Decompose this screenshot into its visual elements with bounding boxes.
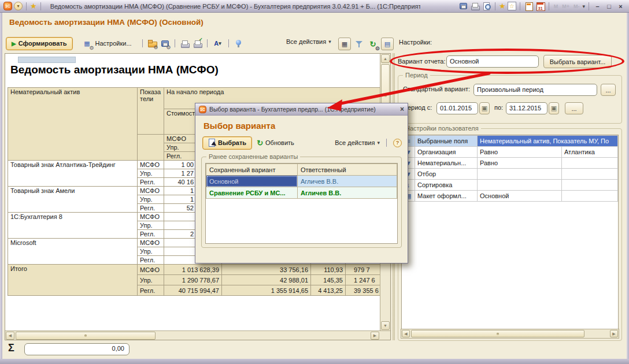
report-cell-selection	[18, 57, 76, 63]
user-settings-table: ≡ Выбранные поля Нематериальный актив, П…	[401, 135, 619, 331]
standard-variant-more-button[interactable]: ...	[601, 84, 616, 96]
print-preview-icon[interactable]	[482, 1, 491, 11]
choose-variant-dialog: 1С Выбор варианта - Бухгалтерия предпр..…	[195, 103, 408, 263]
dialog-title: Выбор варианта - Бухгалтерия предпр... (…	[209, 106, 397, 113]
report-toolbar: ▶ Сформировать ▦⚙ Настройки... ⚙ ⚙ ✓ A▾	[6, 36, 243, 51]
settings-button-label: Настройки...	[95, 40, 132, 47]
print-report-icon[interactable]	[180, 39, 190, 49]
window-titlebar: 1С ▾ ★ Ведомость амортизации НМА (МСФО) …	[0, 0, 629, 13]
separator	[207, 39, 208, 47]
maximize-button[interactable]: □	[604, 3, 614, 10]
user-setting-row[interactable]: ▼ Нематериальн... Равно	[402, 158, 618, 169]
standard-variant-input[interactable]: Произвольный период	[473, 84, 597, 96]
all-actions-menu[interactable]: Все действия ▾	[286, 38, 331, 45]
report-variant-input[interactable]: Основной	[446, 55, 539, 68]
memory-m-minus-button[interactable]: M-	[572, 3, 581, 9]
select-variant-button[interactable]: Выбрать	[202, 136, 252, 150]
period-legend: Период	[403, 72, 430, 79]
minimize-button[interactable]: –	[593, 3, 602, 10]
scroll-left-button[interactable]: ◀	[6, 332, 14, 340]
asset-name-cell: Товарный знак Атлантика-Трейдинг	[8, 161, 138, 187]
settings-panel-toggle-button[interactable]: ▤	[381, 38, 394, 50]
font-settings-icon[interactable]: A▾	[212, 38, 224, 49]
period-to-calendar-button[interactable]: ▣	[549, 102, 559, 114]
period-from-input[interactable]: 01.01.2015	[436, 102, 478, 114]
variant-row[interactable]: Сравнение РСБУ и МС... Агличев В.В.	[206, 187, 397, 199]
period-more-button[interactable]: ...	[565, 102, 583, 114]
report-variant-label: Вариант отчета:	[398, 58, 446, 65]
dialog-toolbar: Выбрать ↻ Обновить Все действия ▾ ?	[202, 136, 402, 150]
show-table-header-button[interactable]: ▦	[338, 38, 351, 50]
scroll-down-button[interactable]: ▼	[381, 321, 390, 330]
asset-name-cell: Microsoft	[8, 239, 138, 265]
calendar-day-label: 31	[536, 6, 545, 10]
separator	[386, 139, 387, 147]
user-setting-row[interactable]: ▼ Отбор	[402, 169, 618, 180]
dialog-all-actions-menu[interactable]: Все действия ▾	[335, 139, 380, 146]
variant-name-cell: Основной	[206, 176, 298, 187]
user-setting-row[interactable]: ▦ Макет оформл... Основной	[402, 191, 618, 202]
user-setting-row[interactable]: ▼ Организация Равно Атлантика	[402, 147, 618, 158]
variant-row[interactable]: Основной Агличев В.В.	[206, 176, 397, 187]
window-frame-left	[0, 13, 2, 359]
close-button[interactable]: ×	[616, 3, 626, 10]
calendar-icon[interactable]: 31	[535, 1, 545, 11]
user-settings-groupbox: Настройки пользователя ≡ Выбранные поля …	[398, 128, 622, 341]
favorites-list-icon[interactable]: ☆	[508, 2, 516, 10]
saved-variants-list: Сохраненный вариант Ответственный Основн…	[205, 163, 398, 244]
generate-button[interactable]: ▶ Сформировать	[6, 37, 73, 50]
variant-owner-cell: Агличев В.В.	[298, 176, 397, 187]
panel-horizontal-scrollbar[interactable]: ◀ ▶	[401, 329, 619, 339]
print-with-settings-icon[interactable]: ✓	[193, 39, 202, 49]
highlight-icon[interactable]	[234, 39, 243, 49]
print-icon[interactable]	[470, 1, 480, 11]
settings-panel-title: Настройки:	[399, 39, 432, 46]
favorites-star-icon[interactable]: ★	[30, 2, 37, 10]
asset-name-cell: Товарный знак Амели	[8, 187, 138, 213]
refresh-button[interactable]: ↻ Обновить	[257, 139, 294, 147]
settings-button[interactable]: ▦⚙ Настройки...	[76, 37, 138, 50]
refresh-icon[interactable]: ↻⚙	[367, 38, 379, 50]
chevron-down-icon: ▾	[377, 140, 380, 146]
select-pointer-icon	[208, 139, 216, 147]
user-settings-legend: Настройки пользователя	[403, 125, 481, 132]
memory-m-button[interactable]: M	[553, 3, 560, 9]
help-icon[interactable]: ?	[393, 139, 402, 147]
scroll-left-button[interactable]: ◀	[402, 330, 410, 337]
window-title: Ведомость амортизации НМА (МСФО) (Сравне…	[50, 3, 420, 10]
col-header-variant: Сохраненный вариант	[206, 164, 298, 176]
scroll-up-button[interactable]: ▲	[381, 54, 390, 63]
scroll-right-button[interactable]: ▶	[371, 332, 379, 340]
dialog-close-button[interactable]: ×	[400, 105, 404, 113]
choose-variant-button[interactable]: Выбрать вариант...	[543, 55, 612, 68]
calculator-icon[interactable]	[524, 1, 534, 11]
chevron-down-icon: ▾	[328, 39, 331, 44]
sum-field[interactable]: 0,00	[24, 343, 130, 355]
user-setting-row[interactable]: ≡ Выбранные поля Нематериальный актив, П…	[402, 136, 618, 147]
app-icon-1c[interactable]: 1С	[3, 2, 12, 10]
app-icon-1c: 1С	[199, 106, 206, 113]
horizontal-scroll-thumb[interactable]	[411, 330, 584, 337]
horizontal-scroll-thumb[interactable]	[16, 332, 156, 340]
horizontal-scrollbar[interactable]: ◀ ▶	[5, 330, 390, 340]
user-setting-row[interactable]: ↓ Сортировка	[402, 180, 618, 191]
toolbar-overflow-chevron-icon[interactable]: ▾	[582, 3, 585, 9]
main-menu-chevron-icon[interactable]: ▾	[14, 2, 23, 10]
scroll-right-button[interactable]: ▶	[610, 330, 618, 337]
save-icon[interactable]	[458, 1, 468, 11]
select-button-label: Выбрать	[218, 139, 246, 146]
star-outline-icon: ☆	[509, 3, 515, 9]
separator	[26, 2, 27, 10]
memory-m-plus-button[interactable]: M+	[561, 3, 571, 9]
saved-variants-groupbox: Ранее сохраненные варианты Сохраненный в…	[201, 157, 402, 248]
separator	[549, 2, 549, 10]
totals-label-cell: Итого	[8, 265, 138, 296]
period-from-calendar-button[interactable]: ▣	[479, 102, 490, 114]
load-settings-folder-icon[interactable]: ⚙	[147, 39, 157, 49]
play-icon: ▶	[12, 40, 16, 47]
filter-funnel-icon[interactable]	[353, 38, 365, 50]
settings-grid-icon: ▦⚙	[82, 38, 93, 49]
add-favorite-icon[interactable]: ★	[499, 2, 506, 10]
save-settings-icon[interactable]: ⚙	[160, 39, 170, 49]
period-to-input[interactable]: 31.12.2015	[506, 102, 547, 114]
